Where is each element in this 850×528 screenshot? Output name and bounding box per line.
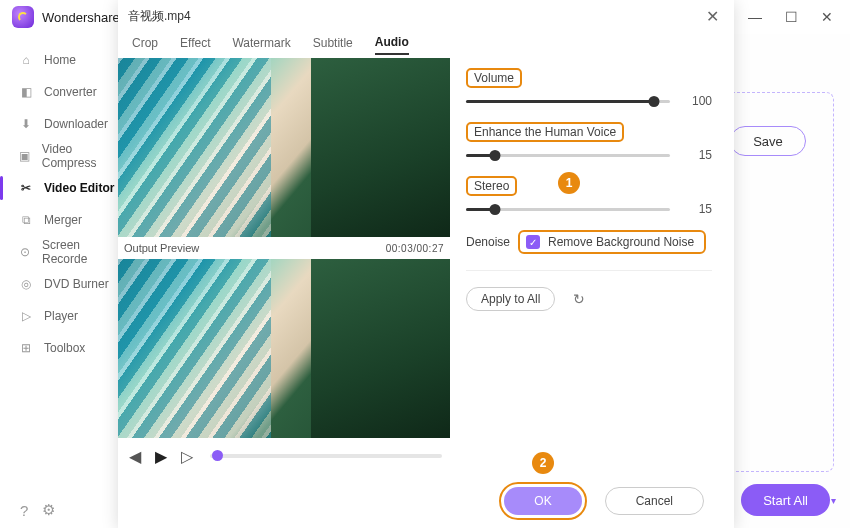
denoise-label: Denoise [466, 235, 510, 249]
disc-icon: ◎ [18, 276, 34, 292]
cancel-button[interactable]: Cancel [605, 487, 704, 515]
convert-icon: ◧ [18, 84, 34, 100]
merge-icon: ⧉ [18, 212, 34, 228]
volume-value: 100 [682, 94, 712, 108]
modal-footer: 2 OK Cancel [118, 474, 734, 528]
sidebar-item-video-editor[interactable]: ✂ Video Editor [0, 172, 118, 204]
ok-button[interactable]: OK [504, 487, 581, 515]
modal-header: 音视频.mp4 ✕ [118, 0, 734, 32]
help-icon[interactable]: ? [20, 502, 28, 519]
playback-controls: ◀ ▶ ▷ [118, 438, 450, 474]
scissors-icon: ✂ [18, 180, 34, 196]
annotation-badge-2: 2 [532, 452, 554, 474]
sidebar-item-player[interactable]: ▷ Player [0, 300, 118, 332]
start-all-dropdown-icon[interactable]: ▾ [820, 484, 846, 516]
close-icon[interactable]: ✕ [700, 4, 724, 28]
record-icon: ⊙ [18, 244, 32, 260]
sidebar-item-dvd-burner[interactable]: ◎ DVD Burner [0, 268, 118, 300]
output-preview [118, 259, 450, 438]
sidebar-item-label: Video Editor [44, 181, 114, 195]
stereo-value: 15 [682, 202, 712, 216]
remove-noise-label: Remove Background Noise [548, 235, 694, 249]
next-frame-icon[interactable]: ▷ [178, 447, 196, 465]
sidebar-item-home[interactable]: ⌂ Home [0, 44, 118, 76]
app-window: Wondershare ≡ — ☐ ✕ ⌂ Home ◧ Converter ⬇… [0, 0, 850, 528]
tab-subtitle[interactable]: Subtitle [313, 36, 353, 54]
stereo-slider[interactable] [466, 208, 670, 211]
enhance-voice-slider[interactable] [466, 154, 670, 157]
source-preview [118, 58, 450, 237]
sidebar-item-label: Toolbox [44, 341, 85, 355]
app-brand: Wondershare [42, 10, 120, 25]
sidebar-item-label: Player [44, 309, 78, 323]
tab-crop[interactable]: Crop [132, 36, 158, 54]
apply-row: Apply to All ↻ [466, 287, 712, 311]
download-icon: ⬇ [18, 116, 34, 132]
reset-icon[interactable]: ↻ [569, 289, 589, 309]
modal-title: 音视频.mp4 [128, 8, 191, 25]
bottom-status-bar: ? ⚙ [0, 492, 118, 528]
close-window-icon[interactable]: ✕ [810, 3, 844, 31]
remove-noise-checkbox[interactable]: ✓ Remove Background Noise [518, 230, 706, 254]
sidebar-item-label: Screen Recorde [42, 238, 118, 266]
sidebar-item-merger[interactable]: ⧉ Merger [0, 204, 118, 236]
home-icon: ⌂ [18, 52, 34, 68]
sidebar-item-label: Merger [44, 213, 82, 227]
start-all-button[interactable]: Start All [741, 484, 830, 516]
enhance-voice-row: Enhance the Human Voice 15 [466, 122, 712, 162]
volume-label: Volume [466, 68, 522, 88]
tab-effect[interactable]: Effect [180, 36, 210, 54]
sidebar-item-converter[interactable]: ◧ Converter [0, 76, 118, 108]
seek-handle[interactable] [212, 450, 223, 461]
sidebar-item-compressor[interactable]: ▣ Video Compress [0, 140, 118, 172]
annotation-badge-1: 1 [558, 172, 580, 194]
sidebar-item-label: DVD Burner [44, 277, 109, 291]
preview-column: Output Preview 00:03/00:27 ◀ ▶ ▷ [118, 58, 450, 474]
modal-body: Output Preview 00:03/00:27 ◀ ▶ ▷ Volume [118, 58, 734, 474]
output-preview-label: Output Preview [124, 242, 199, 254]
timecode: 00:03/00:27 [386, 243, 444, 254]
ok-highlight: OK [499, 482, 586, 520]
preview-label-row: Output Preview 00:03/00:27 [118, 237, 450, 259]
prev-frame-icon[interactable]: ◀ [126, 447, 144, 465]
tab-watermark[interactable]: Watermark [232, 36, 290, 54]
sidebar-item-downloader[interactable]: ⬇ Downloader [0, 108, 118, 140]
seek-slider[interactable] [210, 454, 442, 458]
denoise-row: Denoise ✓ Remove Background Noise [466, 230, 712, 254]
compress-icon: ▣ [18, 148, 32, 164]
play-button-icon[interactable]: ▶ [152, 447, 170, 465]
settings-icon[interactable]: ⚙ [42, 501, 55, 519]
checkbox-checked-icon: ✓ [526, 235, 540, 249]
stereo-label: Stereo [466, 176, 517, 196]
sidebar-item-label: Downloader [44, 117, 108, 131]
volume-slider[interactable] [466, 100, 670, 103]
enhance-voice-value: 15 [682, 148, 712, 162]
volume-row: Volume 100 [466, 68, 712, 108]
save-button[interactable]: Save [730, 126, 806, 156]
app-logo-icon [12, 6, 34, 28]
play-icon: ▷ [18, 308, 34, 324]
sidebar-item-toolbox[interactable]: ⊞ Toolbox [0, 332, 118, 364]
apply-to-all-button[interactable]: Apply to All [466, 287, 555, 311]
enhance-voice-label: Enhance the Human Voice [466, 122, 624, 142]
sidebar-item-label: Converter [44, 85, 97, 99]
maximize-icon[interactable]: ☐ [774, 3, 808, 31]
tab-audio[interactable]: Audio [375, 35, 409, 55]
audio-editor-modal: 音视频.mp4 ✕ Crop Effect Watermark Subtitle… [118, 0, 734, 528]
stereo-row: Stereo 1 15 [466, 176, 712, 216]
audio-controls: Volume 100 Enhance the Human Voice [450, 58, 734, 474]
minimize-icon[interactable]: — [738, 3, 772, 31]
sidebar-item-label: Video Compress [42, 142, 118, 170]
editor-tabs: Crop Effect Watermark Subtitle Audio [118, 32, 734, 58]
sidebar: ⌂ Home ◧ Converter ⬇ Downloader ▣ Video … [0, 34, 118, 528]
sidebar-item-screen-recorder[interactable]: ⊙ Screen Recorde [0, 236, 118, 268]
divider [466, 270, 712, 271]
grid-icon: ⊞ [18, 340, 34, 356]
sidebar-item-label: Home [44, 53, 76, 67]
